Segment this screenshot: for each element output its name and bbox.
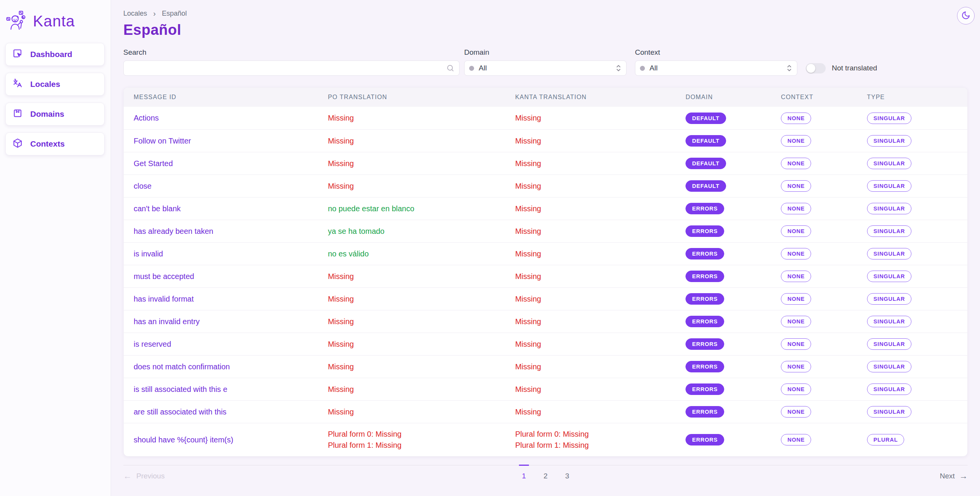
translation-line: Missing xyxy=(328,181,511,192)
message-id-cell[interactable]: has already been taken xyxy=(124,222,328,241)
translation-line: Missing xyxy=(515,203,682,214)
type-badge: SINGULAR xyxy=(867,271,911,282)
message-id-cell[interactable]: close xyxy=(124,176,328,196)
translation-line: Missing xyxy=(515,135,682,147)
table-row: can't be blank no puede estar en blanco … xyxy=(124,197,967,220)
kanta-translation-cell: Missing xyxy=(515,220,686,242)
kanta-translation-cell: Missing xyxy=(515,288,686,310)
chevron-up-down-icon xyxy=(615,64,622,72)
po-translation-cell: Missing xyxy=(328,356,515,378)
page-button-1[interactable]: 1 xyxy=(519,465,529,480)
translation-line: Plural form 1: Missing xyxy=(328,440,511,451)
search-input[interactable] xyxy=(128,61,446,75)
po-translation-cell: no puede estar en blanco xyxy=(328,198,515,220)
translation-line: Missing xyxy=(515,248,682,259)
kanta-translation-cell: Missing xyxy=(515,356,686,378)
translation-line: Missing xyxy=(515,384,682,395)
translation-line: Missing xyxy=(515,113,682,124)
kanta-translation-cell: Plural form 0: MissingPlural form 1: Mis… xyxy=(515,423,686,456)
page-button-3[interactable]: 3 xyxy=(562,465,573,480)
previous-label: Previous xyxy=(136,472,165,480)
context-badge: NONE xyxy=(781,293,811,305)
message-id-cell[interactable]: is invalid xyxy=(124,244,328,264)
kanta-translation-cell: Missing xyxy=(515,379,686,400)
previous-button[interactable]: ← Previous xyxy=(123,465,165,480)
po-translation-cell: Missing xyxy=(328,175,515,197)
table-row: Follow on Twitter Missing Missing DEFAUL… xyxy=(124,129,967,152)
message-id-cell[interactable]: has invalid format xyxy=(124,289,328,309)
table-row: does not match confirmation Missing Miss… xyxy=(124,355,967,378)
not-translated-filter: Not translated xyxy=(806,60,877,76)
sidebar-item-domains[interactable]: Domains xyxy=(5,103,105,126)
column-header-po-translation: PO Translation xyxy=(328,88,515,107)
message-id-cell[interactable]: are still associated with this xyxy=(124,402,328,422)
message-id-cell[interactable]: can't be blank xyxy=(124,199,328,219)
next-button[interactable]: Next → xyxy=(940,465,968,480)
not-translated-toggle[interactable] xyxy=(806,63,826,73)
po-translation-cell: Missing xyxy=(328,311,515,333)
domain-badge: ERRORS xyxy=(686,406,724,418)
type-badge: SINGULAR xyxy=(867,316,911,327)
sidebar-item-dashboard[interactable]: Dashboard xyxy=(5,43,105,66)
translation-line: Missing xyxy=(328,384,511,395)
theme-toggle-button[interactable] xyxy=(957,7,975,24)
page-button-2[interactable]: 2 xyxy=(540,465,551,480)
message-id-cell[interactable]: is still associated with this e xyxy=(124,380,328,399)
domain-select-value: All xyxy=(479,64,615,72)
domain-label: Domain xyxy=(464,48,627,57)
translation-line: Plural form 0: Missing xyxy=(515,429,682,440)
translation-line: Missing xyxy=(515,271,682,282)
sidebar-item-contexts[interactable]: Contexts xyxy=(5,132,105,155)
domain-badge: ERRORS xyxy=(686,338,724,350)
sidebar: Kanta Dashboard Locales Domains xyxy=(0,0,111,496)
app-title: Kanta xyxy=(33,13,75,30)
translation-line: Missing xyxy=(515,406,682,418)
arrow-left-icon: ← xyxy=(123,472,132,480)
toggle-knob xyxy=(807,64,815,73)
dot-icon xyxy=(469,66,474,71)
translation-line: Plural form 0: Missing xyxy=(328,429,511,440)
domain-badge: ERRORS xyxy=(686,383,724,395)
context-badge: NONE xyxy=(781,434,811,445)
breadcrumb-locales-link[interactable]: Locales xyxy=(123,10,147,18)
message-id-cell[interactable]: should have %{count} item(s) xyxy=(124,430,328,450)
message-id-cell[interactable]: Get Started xyxy=(124,154,328,173)
kanta-translation-cell: Missing xyxy=(515,175,686,197)
domain-badge: DEFAULT xyxy=(686,135,726,147)
sidebar-item-label: Locales xyxy=(30,80,60,89)
kanta-translation-cell: Missing xyxy=(515,401,686,423)
kanta-translation-cell: Missing xyxy=(515,333,686,355)
translation-line: Missing xyxy=(515,361,682,372)
translation-line: Missing xyxy=(515,339,682,350)
translation-line: Missing xyxy=(328,294,511,305)
translation-line: Missing xyxy=(328,316,511,327)
translation-line: Plural form 1: Missing xyxy=(515,440,682,451)
sidebar-item-locales[interactable]: Locales xyxy=(5,73,105,96)
domain-select[interactable]: All xyxy=(464,60,627,76)
sidebar-item-label: Contexts xyxy=(30,139,65,148)
context-badge: NONE xyxy=(781,406,811,418)
context-badge: NONE xyxy=(781,203,811,214)
message-id-cell[interactable]: is reserved xyxy=(124,334,328,354)
message-id-cell[interactable]: has an invalid entry xyxy=(124,312,328,331)
table-row: Actions Missing Missing DEFAULT NONE SIN… xyxy=(124,107,967,129)
kanta-translation-cell: Missing xyxy=(515,266,686,287)
translation-line: Missing xyxy=(328,135,511,147)
translation-line: Missing xyxy=(328,158,511,169)
app-logo: Kanta xyxy=(0,5,111,43)
message-id-cell[interactable]: must be accepted xyxy=(124,267,328,286)
context-select[interactable]: All xyxy=(635,60,797,76)
domain-badge: ERRORS xyxy=(686,203,724,214)
po-translation-cell: Missing xyxy=(328,107,515,129)
kanta-translation-cell: Missing xyxy=(515,311,686,333)
message-id-cell[interactable]: Follow on Twitter xyxy=(124,131,328,151)
message-id-cell[interactable]: Actions xyxy=(124,108,328,128)
message-id-cell[interactable]: does not match confirmation xyxy=(124,357,328,377)
table-row: is still associated with this e Missing … xyxy=(124,378,967,400)
domain-badge: ERRORS xyxy=(686,434,724,445)
sidebar-item-label: Dashboard xyxy=(30,50,72,59)
column-header-context: Context xyxy=(781,88,867,107)
table-body: Actions Missing Missing DEFAULT NONE SIN… xyxy=(124,107,967,456)
column-header-kanta-translation: Kanta Translation xyxy=(515,88,686,107)
column-header-message-id: Message ID xyxy=(124,88,328,107)
